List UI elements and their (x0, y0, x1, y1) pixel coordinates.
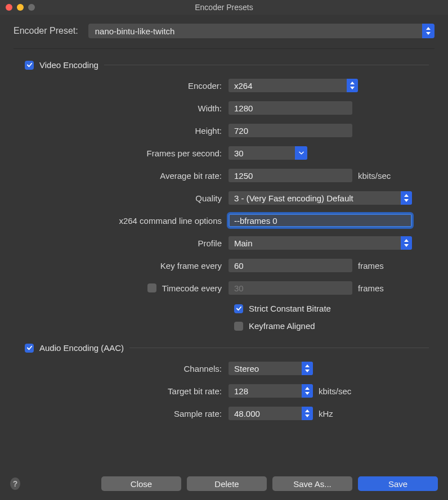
encoder-row: Encoder: x264 (36, 79, 412, 92)
audio-bitrate-value: 128 (234, 386, 302, 396)
height-input[interactable] (229, 124, 352, 137)
window: Encoder Presets Encoder Preset: nano-bin… (0, 0, 448, 500)
window-title: Encoder Presets (0, 3, 448, 12)
save-as-button[interactable]: Save As... (272, 476, 352, 491)
profile-label: Profile (36, 238, 222, 248)
chevron-down-icon (295, 146, 307, 160)
keyframe-aligned-row: Keyframe Aligned (36, 321, 412, 331)
video-encoding-checkbox[interactable] (25, 61, 34, 70)
quality-label: Quality (36, 193, 222, 203)
quality-value: 3 - (Very Fast encoding) Default (234, 193, 401, 203)
button-group: Close Delete Save As... Save (101, 476, 438, 491)
close-button[interactable]: Close (101, 476, 181, 491)
updown-arrows-icon (302, 362, 313, 375)
updown-arrows-icon (401, 191, 412, 205)
sample-rate-value: 48.000 (234, 409, 302, 418)
cmdline-input[interactable] (229, 214, 412, 227)
encoder-label: Encoder: (36, 81, 222, 91)
profile-dropdown[interactable]: Main (229, 236, 412, 250)
sample-rate-suffix: kHz (319, 409, 333, 418)
preset-value: nano-bintu-like-twitch (95, 26, 422, 36)
cmdline-row: x264 command line options (36, 214, 412, 227)
preset-label: Encoder Preset: (14, 26, 78, 36)
bottom-bar: ? Close Delete Save As... Save (0, 476, 448, 491)
save-button[interactable]: Save (358, 476, 438, 491)
divider (104, 65, 429, 65)
titlebar: Encoder Presets (0, 0, 448, 15)
height-label: Height: (36, 126, 222, 136)
width-row: Width: (36, 101, 412, 115)
audio-encoding-checkbox[interactable] (25, 344, 34, 353)
fps-value: 30 (234, 148, 295, 158)
updown-arrows-icon (302, 384, 313, 398)
video-section-title: Video Encoding (39, 60, 98, 70)
fps-row: Frames per second: 30 (36, 146, 412, 160)
channels-value: Stereo (234, 364, 302, 373)
width-label: Width: (36, 103, 222, 113)
timecode-row: Timecode every frames (36, 281, 412, 295)
sample-rate-row: Sample rate: 48.000 kHz (36, 407, 412, 420)
delete-button[interactable]: Delete (187, 476, 267, 491)
timecode-checkbox[interactable] (147, 283, 156, 292)
encoder-dropdown[interactable]: x264 (229, 79, 358, 92)
strict-cbr-row: Strict Constant Bitrate (36, 304, 412, 313)
keyframe-aligned-label: Keyframe Aligned (249, 321, 315, 331)
avg-bitrate-suffix: kbits/sec (358, 171, 391, 181)
encoder-value: x264 (234, 81, 347, 91)
sample-rate-label: Sample rate: (36, 409, 222, 418)
profile-value: Main (234, 238, 401, 248)
timecode-input (229, 281, 352, 295)
timecode-suffix: frames (358, 283, 384, 293)
channels-label: Channels: (36, 364, 222, 373)
keyframe-input[interactable] (229, 259, 352, 272)
timecode-label: Timecode every (162, 283, 222, 293)
divider (129, 348, 429, 348)
avg-bitrate-row: Average bit rate: kbits/sec (36, 169, 412, 182)
cmdline-label: x264 command line options (36, 216, 222, 226)
audio-section-header: Audio Encoding (AAC) (8, 339, 440, 362)
channels-dropdown[interactable]: Stereo (229, 362, 313, 375)
profile-row: Profile Main (36, 236, 412, 250)
channels-row: Channels: Stereo (36, 362, 412, 375)
strict-cbr-label: Strict Constant Bitrate (249, 304, 331, 313)
help-icon[interactable]: ? (10, 478, 20, 490)
audio-bitrate-label: Target bit rate: (36, 386, 222, 396)
preset-dropdown[interactable]: nano-bintu-like-twitch (88, 24, 434, 38)
sample-rate-dropdown[interactable]: 48.000 (229, 407, 313, 420)
updown-arrows-icon (302, 407, 313, 420)
updown-arrows-icon (347, 79, 358, 92)
fps-label: Frames per second: (36, 148, 222, 158)
keyframe-row: Key frame every frames (36, 259, 412, 272)
height-row: Height: (36, 124, 412, 137)
strict-cbr-checkbox[interactable] (234, 304, 243, 313)
updown-arrows-icon (422, 24, 434, 38)
audio-bitrate-suffix: kbits/sec (319, 386, 351, 396)
video-form: Encoder: x264 Width: Height: (8, 79, 440, 331)
audio-form: Channels: Stereo Target bit rate: 128 (8, 362, 440, 420)
video-section-header: Video Encoding (8, 49, 440, 79)
keyframe-aligned-checkbox[interactable] (234, 322, 243, 331)
audio-bitrate-row: Target bit rate: 128 kbits/sec (36, 384, 412, 398)
audio-bitrate-dropdown[interactable]: 128 (229, 384, 313, 398)
width-input[interactable] (229, 101, 352, 115)
keyframe-suffix: frames (358, 261, 384, 271)
avg-bitrate-label: Average bit rate: (36, 171, 222, 181)
fps-combo[interactable]: 30 (229, 146, 307, 160)
audio-section-title: Audio Encoding (AAC) (39, 343, 124, 353)
avg-bitrate-input[interactable] (229, 169, 352, 182)
keyframe-label: Key frame every (36, 261, 222, 271)
quality-dropdown[interactable]: 3 - (Very Fast encoding) Default (229, 191, 412, 205)
quality-row: Quality 3 - (Very Fast encoding) Default (36, 191, 412, 205)
content: Encoder Preset: nano-bintu-like-twitch V… (0, 15, 448, 420)
preset-row: Encoder Preset: nano-bintu-like-twitch (8, 20, 440, 48)
updown-arrows-icon (401, 236, 412, 250)
